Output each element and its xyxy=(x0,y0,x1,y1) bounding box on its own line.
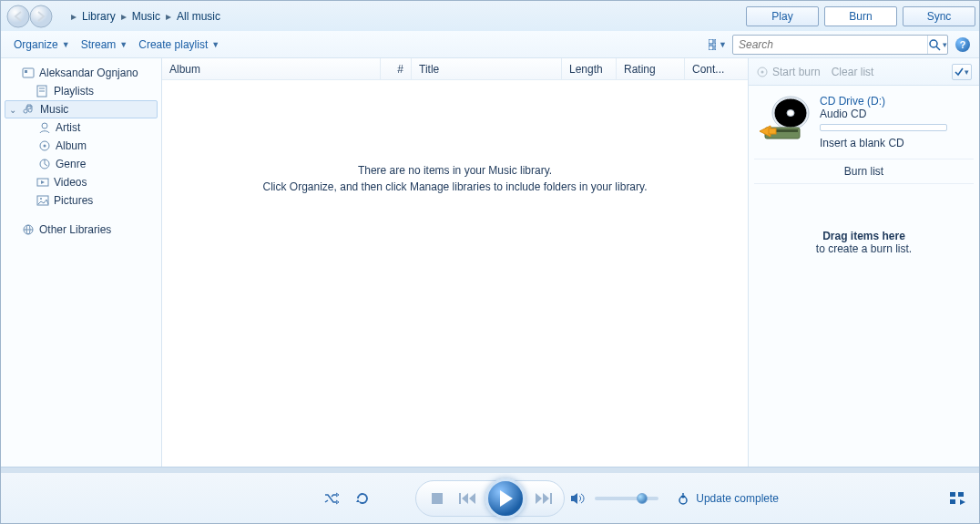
tree-music[interactable]: ⌄ Music xyxy=(5,100,158,118)
repeat-icon xyxy=(355,491,370,506)
start-burn-button: Start burn xyxy=(756,66,821,78)
tree-videos[interactable]: Videos xyxy=(1,173,161,191)
breadcrumb-item[interactable]: Music xyxy=(129,10,163,23)
tree-artist[interactable]: Artist xyxy=(1,118,161,137)
tree-label: Pictures xyxy=(54,194,93,207)
drive-name-link[interactable]: CD Drive (D:) xyxy=(820,95,970,108)
tree-other-libraries[interactable]: Other Libraries xyxy=(1,221,161,239)
tab-sync[interactable]: Sync xyxy=(903,6,975,26)
pictures-icon xyxy=(36,193,50,208)
column-length[interactable]: Length xyxy=(562,58,617,79)
previous-button[interactable] xyxy=(454,485,482,512)
svg-rect-29 xyxy=(432,493,443,504)
stop-button[interactable] xyxy=(424,485,451,512)
svg-rect-33 xyxy=(950,492,955,497)
column-album[interactable]: Album xyxy=(162,58,381,79)
chevron-down-icon: ▼ xyxy=(62,40,70,49)
svg-point-22 xyxy=(761,70,764,73)
svg-rect-6 xyxy=(23,68,34,77)
tree-album[interactable]: Album xyxy=(1,137,161,155)
forward-button[interactable] xyxy=(30,5,52,27)
svg-point-4 xyxy=(930,40,937,47)
search-button[interactable]: ▾ xyxy=(927,36,947,54)
breadcrumb[interactable]: ▸ Library ▸ Music ▸ All music xyxy=(63,6,746,26)
empty-line1: There are no items in your Music library… xyxy=(358,162,552,179)
create-playlist-menu[interactable]: Create playlist▼ xyxy=(133,35,225,55)
view-options-button[interactable]: ▼ xyxy=(709,36,727,54)
column-title[interactable]: Title xyxy=(412,58,562,79)
breadcrumb-item[interactable]: All music xyxy=(174,10,223,23)
volume-knob[interactable] xyxy=(637,493,648,504)
column-rating[interactable]: Rating xyxy=(617,58,685,79)
search-icon xyxy=(928,38,941,51)
tree-label: Playlists xyxy=(54,85,94,98)
svg-rect-35 xyxy=(950,499,955,504)
collapse-icon[interactable]: ⌄ xyxy=(7,105,18,115)
svg-point-17 xyxy=(40,198,42,200)
tree-label: Videos xyxy=(54,176,87,189)
svg-line-5 xyxy=(936,46,940,50)
transport-controls xyxy=(415,480,565,517)
svg-rect-0 xyxy=(709,39,713,44)
svg-point-13 xyxy=(44,145,46,148)
repeat-button[interactable] xyxy=(351,487,374,510)
burn-list-dropzone[interactable]: Drag items here to create a burn list. xyxy=(749,184,979,467)
playlist-icon xyxy=(36,84,50,98)
breadcrumb-item[interactable]: Library xyxy=(79,10,118,23)
stream-menu[interactable]: Stream▼ xyxy=(76,35,134,55)
volume-slider[interactable] xyxy=(595,497,658,500)
insert-disc-message: Insert a blank CD xyxy=(820,137,970,149)
svg-rect-2 xyxy=(709,46,713,50)
organize-menu[interactable]: Organize▼ xyxy=(8,35,76,55)
chevron-down-icon: ▼ xyxy=(719,40,727,49)
chevron-right-icon: ▸ xyxy=(118,10,129,23)
column-contributing[interactable]: Cont... xyxy=(685,58,748,79)
library-icon xyxy=(21,66,36,80)
cd-drive-icon xyxy=(758,95,812,145)
previous-icon xyxy=(459,492,477,505)
nav-buttons xyxy=(5,4,57,29)
svg-rect-1 xyxy=(715,39,716,44)
tree-label: Music xyxy=(40,103,68,116)
music-icon xyxy=(22,102,36,117)
chevron-right-icon: ▸ xyxy=(68,10,79,23)
next-button[interactable] xyxy=(529,485,556,512)
clear-list-button: Clear list xyxy=(832,66,874,78)
svg-rect-28 xyxy=(769,128,776,134)
search-input[interactable] xyxy=(733,38,927,51)
tree-library-root[interactable]: Aleksandar Ognjano xyxy=(1,64,161,82)
speaker-icon xyxy=(570,492,585,505)
shuffle-button[interactable] xyxy=(320,487,343,510)
svg-rect-31 xyxy=(550,493,552,504)
now-playing-icon xyxy=(950,492,966,505)
chevron-down-icon: ▾ xyxy=(965,67,969,77)
artist-icon xyxy=(37,120,52,135)
video-icon xyxy=(36,175,50,190)
status-area: Update complete xyxy=(676,491,779,506)
column-headers: Album # Title Length Rating Cont... xyxy=(162,58,748,80)
mute-button[interactable] xyxy=(566,487,589,510)
column-num[interactable]: # xyxy=(381,58,412,79)
chevron-right-icon: ▸ xyxy=(163,10,174,23)
genre-icon xyxy=(37,157,52,171)
switch-to-now-playing-button[interactable] xyxy=(950,492,966,505)
tree-playlists[interactable]: Playlists xyxy=(1,82,161,100)
chevron-down-icon: ▾ xyxy=(943,40,947,49)
back-button[interactable] xyxy=(7,5,29,27)
help-icon: ? xyxy=(955,37,970,52)
help-button[interactable]: ? xyxy=(954,36,972,54)
tree-label: Genre xyxy=(56,158,86,170)
tree-pictures[interactable]: Pictures xyxy=(1,191,161,210)
empty-library-message: There are no items in your Music library… xyxy=(162,80,748,467)
tab-play[interactable]: Play xyxy=(746,6,819,26)
tab-burn[interactable]: Burn xyxy=(824,6,897,26)
disc-capacity-bar xyxy=(820,124,947,131)
tree-genre[interactable]: Genre xyxy=(1,155,161,173)
play-button[interactable] xyxy=(485,478,526,519)
play-icon xyxy=(497,489,514,508)
search-box[interactable]: ▾ xyxy=(732,35,948,55)
empty-line2: Click Organize, and then click Manage li… xyxy=(263,179,648,195)
svg-rect-7 xyxy=(25,70,27,73)
drive-type: Audio CD xyxy=(820,108,970,120)
burn-options-button[interactable]: ▾ xyxy=(952,64,972,80)
